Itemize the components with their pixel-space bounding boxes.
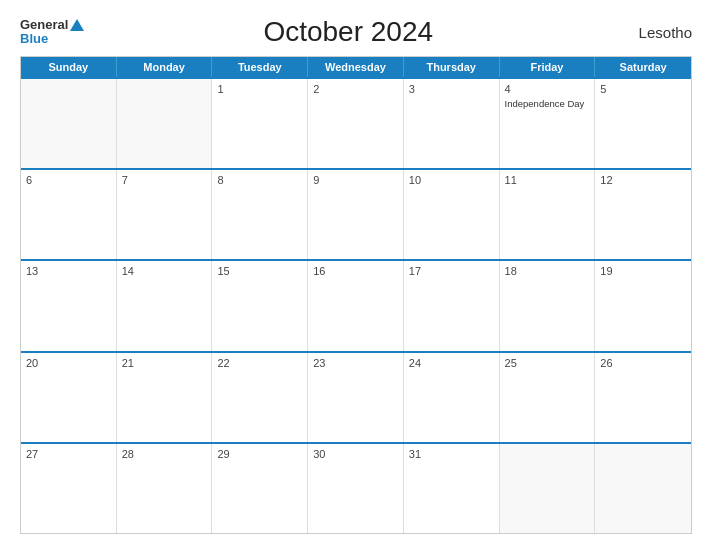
day-number: 10	[409, 174, 494, 186]
country-label: Lesotho	[612, 24, 692, 41]
day-number: 28	[122, 448, 207, 460]
day-number: 13	[26, 265, 111, 277]
day-number: 15	[217, 265, 302, 277]
day-number: 23	[313, 357, 398, 369]
header-friday: Friday	[500, 57, 596, 77]
day-number: 18	[505, 265, 590, 277]
week-row-3: 13141516171819	[21, 259, 691, 350]
header-thursday: Thursday	[404, 57, 500, 77]
day-number: 24	[409, 357, 494, 369]
day-cell: 21	[117, 353, 213, 442]
day-number: 8	[217, 174, 302, 186]
week-row-2: 6789101112	[21, 168, 691, 259]
day-cell: 16	[308, 261, 404, 350]
logo-blue-text: Blue	[20, 32, 48, 46]
day-number: 19	[600, 265, 686, 277]
day-cell: 8	[212, 170, 308, 259]
day-cell: 30	[308, 444, 404, 533]
day-cell: 25	[500, 353, 596, 442]
day-number: 3	[409, 83, 494, 95]
header-saturday: Saturday	[595, 57, 691, 77]
day-cell: 20	[21, 353, 117, 442]
day-cell: 4Independence Day	[500, 79, 596, 168]
day-cell: 3	[404, 79, 500, 168]
day-cell: 22	[212, 353, 308, 442]
week-row-5: 2728293031	[21, 442, 691, 533]
day-cell	[117, 79, 213, 168]
day-cell: 1	[212, 79, 308, 168]
header: General Blue October 2024 Lesotho	[20, 16, 692, 48]
day-number: 2	[313, 83, 398, 95]
day-cell: 5	[595, 79, 691, 168]
day-cell: 24	[404, 353, 500, 442]
day-cell: 10	[404, 170, 500, 259]
day-cell: 6	[21, 170, 117, 259]
day-cell: 13	[21, 261, 117, 350]
day-number: 30	[313, 448, 398, 460]
day-number: 20	[26, 357, 111, 369]
header-wednesday: Wednesday	[308, 57, 404, 77]
weeks-container: 1234Independence Day56789101112131415161…	[21, 77, 691, 533]
day-number: 17	[409, 265, 494, 277]
event-text: Independence Day	[505, 98, 585, 109]
day-cell	[595, 444, 691, 533]
day-cell: 27	[21, 444, 117, 533]
day-cell: 31	[404, 444, 500, 533]
day-headers: Sunday Monday Tuesday Wednesday Thursday…	[21, 57, 691, 77]
day-cell: 19	[595, 261, 691, 350]
day-number: 21	[122, 357, 207, 369]
day-cell: 11	[500, 170, 596, 259]
day-number: 26	[600, 357, 686, 369]
day-number: 14	[122, 265, 207, 277]
day-cell: 12	[595, 170, 691, 259]
day-cell: 18	[500, 261, 596, 350]
day-number: 4	[505, 83, 590, 95]
day-number: 6	[26, 174, 111, 186]
logo-general-text: General	[20, 18, 68, 32]
day-cell: 9	[308, 170, 404, 259]
month-title: October 2024	[84, 16, 612, 48]
day-number: 7	[122, 174, 207, 186]
day-cell: 17	[404, 261, 500, 350]
day-cell: 26	[595, 353, 691, 442]
day-cell: 28	[117, 444, 213, 533]
day-cell: 7	[117, 170, 213, 259]
week-row-4: 20212223242526	[21, 351, 691, 442]
logo: General Blue	[20, 18, 84, 47]
day-number: 12	[600, 174, 686, 186]
header-monday: Monday	[117, 57, 213, 77]
calendar-page: General Blue October 2024 Lesotho Sunday…	[0, 0, 712, 550]
day-number: 5	[600, 83, 686, 95]
day-number: 11	[505, 174, 590, 186]
day-cell: 15	[212, 261, 308, 350]
day-cell	[500, 444, 596, 533]
day-number: 25	[505, 357, 590, 369]
header-tuesday: Tuesday	[212, 57, 308, 77]
header-sunday: Sunday	[21, 57, 117, 77]
day-number: 16	[313, 265, 398, 277]
week-row-1: 1234Independence Day5	[21, 77, 691, 168]
day-cell	[21, 79, 117, 168]
day-number: 22	[217, 357, 302, 369]
day-number: 31	[409, 448, 494, 460]
day-number: 29	[217, 448, 302, 460]
day-cell: 14	[117, 261, 213, 350]
day-cell: 29	[212, 444, 308, 533]
day-number: 27	[26, 448, 111, 460]
day-cell: 23	[308, 353, 404, 442]
logo-triangle-icon	[70, 19, 84, 31]
day-cell: 2	[308, 79, 404, 168]
calendar: Sunday Monday Tuesday Wednesday Thursday…	[20, 56, 692, 534]
day-number: 9	[313, 174, 398, 186]
day-number: 1	[217, 83, 302, 95]
